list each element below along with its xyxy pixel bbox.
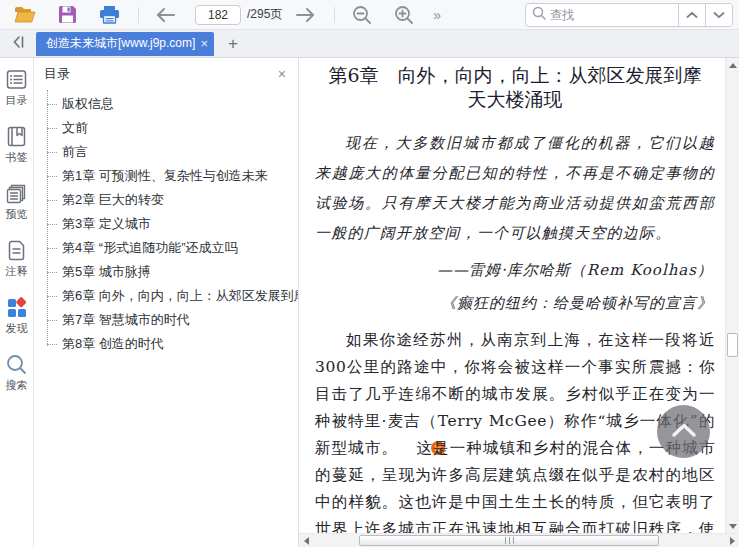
toc-item[interactable]: 文前 [34,116,298,140]
more-tools-button[interactable]: » [433,7,441,23]
epigraph-source: 《癫狂的纽约：给曼哈顿补写的宣言》 [315,294,715,313]
toc-item[interactable]: 第7章 智慧城市的时代 [34,308,298,332]
document-tab[interactable]: 创造未来城市[www.j9p.com].pdf × [36,32,214,56]
main-area: 目录 书签 预览 注释 发现 搜索 [0,58,739,547]
toolbar: /295页 » [0,0,739,30]
body-paragraph: 如果你途经苏州，从南京到上海，在这样一段将近300公里的路途中，你将会被这样一个… [315,327,715,533]
chevron-down-icon [713,7,725,22]
toc-item[interactable]: 第3章 定义城市 [34,212,298,236]
toc-panel-title: 目录 [44,65,70,83]
magnifier-plus-icon [394,5,414,25]
horizontal-scrollbar[interactable] [299,533,739,547]
pdf-reader-app: /295页 » 创造未来城市 [0,0,739,547]
toc-item[interactable]: 第4章 “形式追随功能”还成立吗 [34,236,298,260]
sidebar-item-preview[interactable]: 预览 [5,182,28,222]
toc-item[interactable]: 版权信息 [34,92,298,116]
bookmark-book-icon [5,125,28,150]
stacked-pages-icon [5,182,28,207]
new-tab-button[interactable]: + [228,35,238,52]
epigraph-author: ——雷姆·库尔哈斯（Rem Koolhas） [315,261,715,280]
arrow-left-icon [156,7,176,23]
sidebar-item-label: 搜索 [6,378,28,393]
scrollbar-grip [505,537,514,544]
vertical-scrollbar[interactable] [725,58,739,533]
sidebar-item-discover[interactable]: 发现 [5,296,28,336]
save-button[interactable] [54,3,80,27]
toc-item[interactable]: 第1章 可预测性、复杂性与创造未来 [34,164,298,188]
left-sidebar: 目录 书签 预览 注释 发现 搜索 [0,58,34,547]
sidebar-item-label: 预览 [6,207,28,222]
print-button[interactable] [96,3,122,27]
zoom-in-button[interactable] [391,3,417,27]
sidebar-item-label: 目录 [6,93,28,108]
sidebar-item-label: 注释 [6,264,28,279]
toc-item[interactable]: 第6章 向外，向内，向上：从郊区发展到摩天大楼涌现 [34,284,298,308]
search-input[interactable] [550,8,668,22]
chevron-left-bar-icon [11,35,25,53]
search-box [526,4,678,26]
find-previous-button[interactable] [678,4,705,26]
toc-close-icon[interactable]: × [278,67,286,81]
scroll-down-arrow[interactable] [726,519,739,533]
page-number-input[interactable] [195,5,241,25]
annotation-page-icon [5,239,28,264]
sidebar-item-toc[interactable]: 目录 [5,68,28,108]
toolbar-divider [138,7,139,23]
document-tab-label: 创造未来城市[www.j9p.com].pdf [46,35,196,52]
zoom-out-button[interactable] [349,3,375,27]
toc-panel-header: 目录 × [34,58,298,88]
search-icon [532,6,546,24]
toc-list-icon [5,68,28,93]
discover-grid-icon [5,296,28,321]
folder-open-icon [14,6,36,24]
pdf-page: 第6章 向外，向内，向上：从郊区发展到摩天大楼涌现 现在，大多数旧城市都成了僵化… [299,58,725,533]
sidebar-item-bookmarks[interactable]: 书签 [5,125,28,165]
toolbar-divider [334,7,335,23]
scroll-left-arrow[interactable] [299,534,313,547]
back-to-top-button[interactable] [657,405,710,458]
tab-bar: 创造未来城市[www.j9p.com].pdf × + [0,30,739,58]
collapse-tab-list-button[interactable] [6,33,30,55]
scroll-right-arrow[interactable] [725,534,739,547]
sidebar-item-label: 发现 [6,321,28,336]
sidebar-item-annotations[interactable]: 注释 [5,239,28,279]
toc-panel: 目录 × 版权信息 文前 前言 第1章 可预测性、复杂性与创造未来 第2章 巨大… [34,58,299,547]
sidebar-item-search[interactable]: 搜索 [5,353,28,393]
toc-item[interactable]: 第8章 创造的时代 [34,332,298,356]
toc-item[interactable]: 第5章 城市脉搏 [34,260,298,284]
annotation-note-icon[interactable] [399,438,415,454]
page-total-label: /295页 [247,6,282,23]
toc-item[interactable]: 前言 [34,140,298,164]
toc-item[interactable]: 第2章 巨大的转变 [34,188,298,212]
chevron-up-icon [671,422,697,442]
previous-page-button[interactable] [153,3,179,27]
chapter-title: 第6章 向外，向内，向上：从郊区发展到摩天大楼涌现 [321,63,709,111]
magnifier-minus-icon [352,5,372,25]
search-group [525,3,733,27]
next-page-button[interactable] [292,3,318,27]
document-view: 第6章 向外，向内，向上：从郊区发展到摩天大楼涌现 现在，大多数旧城市都成了僵化… [299,58,739,547]
vertical-scrollbar-thumb[interactable] [727,333,738,357]
sidebar-item-label: 书签 [6,150,28,165]
toc-list: 版权信息 文前 前言 第1章 可预测性、复杂性与创造未来 第2章 巨大的转变 第… [34,92,298,356]
save-floppy-icon [58,5,77,24]
search-panel-icon [5,353,28,378]
scroll-up-arrow[interactable] [726,58,739,72]
horizontal-scrollbar-thumb[interactable] [359,535,659,546]
printer-icon [99,5,120,24]
tab-close-icon[interactable]: × [200,37,208,50]
arrow-right-icon [295,7,315,23]
chevron-up-icon [686,7,698,22]
open-file-button[interactable] [12,3,38,27]
find-next-button[interactable] [705,4,732,26]
chapter-epigraph: 现在，大多数旧城市都成了僵化的机器，它们以越来越庞大的体量分配已知的特性，不再是… [315,128,715,248]
